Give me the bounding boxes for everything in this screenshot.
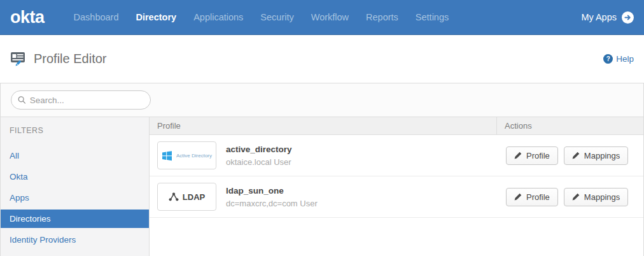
column-header-profile: Profile — [150, 117, 496, 134]
nav-item-directory[interactable]: Directory — [136, 12, 176, 22]
column-header-actions: Actions — [496, 117, 643, 134]
pencil-icon — [514, 152, 522, 159]
arrow-right-icon — [622, 11, 634, 24]
filters-heading: FILTERS — [1, 126, 149, 146]
page-header: Profile Editor ? Help — [0, 35, 644, 83]
nav-item-security[interactable]: Security — [260, 12, 293, 22]
row-text: ldap_sun_one dc=maxcrc,dc=com User — [226, 186, 318, 208]
search-icon — [18, 96, 26, 104]
nav-menu: Dashboard Directory Applications Securit… — [74, 12, 449, 22]
windows-icon — [162, 150, 172, 161]
my-apps-button[interactable]: My Apps — [581, 11, 634, 24]
search-box[interactable] — [11, 90, 151, 110]
mappings-button[interactable]: Mappings — [564, 146, 628, 165]
profile-editor-card-pencil-icon — [10, 51, 27, 67]
nav-item-workflow[interactable]: Workflow — [311, 12, 349, 22]
profile-subtitle: dc=maxcrc,dc=com User — [226, 199, 318, 208]
okta-logo[interactable]: okta — [10, 8, 45, 27]
page-title: Profile Editor — [34, 52, 107, 66]
ldap-logo: LDAP — [157, 183, 216, 211]
pencil-icon — [572, 193, 580, 201]
row-actions-cell: Profile Mappings — [496, 146, 643, 165]
nav-item-reports[interactable]: Reports — [366, 12, 398, 22]
active-directory-logo: Active Directory — [157, 141, 216, 169]
filter-item-okta[interactable]: Okta — [1, 167, 149, 186]
profile-name: ldap_sun_one — [226, 186, 318, 196]
nav-item-applications[interactable]: Applications — [193, 12, 243, 22]
profile-subtitle: oktaice.local User — [226, 157, 292, 167]
help-label: Help — [616, 54, 634, 64]
table-row: LDAP ldap_sun_one dc=maxcrc,dc=com User … — [150, 176, 643, 218]
filter-item-directories[interactable]: Directories — [1, 210, 149, 228]
top-nav: okta Dashboard Directory Applications Se… — [0, 0, 644, 35]
profiles-table: Profile Actions Active Directory active_… — [150, 117, 643, 256]
filter-item-apps[interactable]: Apps — [1, 188, 149, 207]
profile-button[interactable]: Profile — [506, 146, 558, 165]
help-question-icon: ? — [603, 54, 613, 64]
row-actions-cell: Profile Mappings — [496, 188, 643, 206]
nav-item-settings[interactable]: Settings — [416, 12, 449, 22]
pencil-icon — [514, 193, 522, 201]
row-text: active_directory oktaice.local User — [226, 145, 292, 167]
nav-item-dashboard[interactable]: Dashboard — [74, 12, 119, 22]
filters-sidebar: FILTERS All Okta Apps Directories Identi… — [1, 117, 150, 256]
table-header: Profile Actions — [150, 117, 643, 135]
filter-item-all[interactable]: All — [1, 146, 149, 165]
logo-label: LDAP — [183, 192, 205, 202]
profile-name: active_directory — [226, 145, 292, 154]
profile-button[interactable]: Profile — [506, 188, 558, 206]
my-apps-label: My Apps — [581, 12, 617, 22]
ldap-network-icon — [169, 192, 179, 201]
row-profile-cell: Active Directory active_directory oktaic… — [150, 141, 496, 169]
search-input[interactable] — [30, 96, 144, 105]
table-row: Active Directory active_directory oktaic… — [150, 135, 643, 176]
pencil-icon — [572, 152, 580, 159]
mappings-button[interactable]: Mappings — [564, 188, 628, 206]
help-link[interactable]: ? Help — [603, 54, 634, 64]
row-profile-cell: LDAP ldap_sun_one dc=maxcrc,dc=com User — [150, 183, 496, 211]
search-row — [1, 83, 643, 117]
profile-editor-panel: FILTERS All Okta Apps Directories Identi… — [0, 83, 644, 256]
logo-label: Active Directory — [176, 153, 212, 159]
filter-item-identity-providers[interactable]: Identity Providers — [1, 231, 149, 249]
